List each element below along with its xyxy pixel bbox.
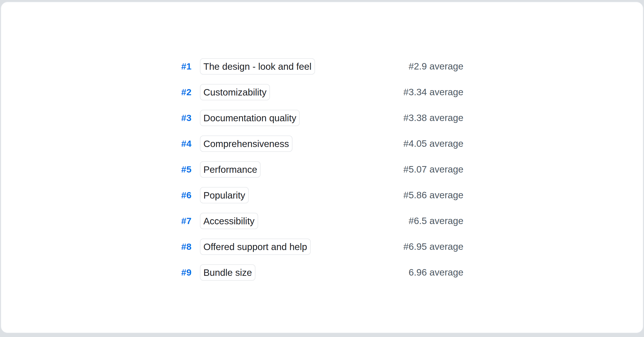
option-label: Popularity — [203, 190, 245, 201]
rank-number: #8 — [1, 241, 192, 252]
average-score: #4.05 average — [403, 138, 463, 149]
rank-number: #9 — [1, 267, 192, 278]
option-label: The design - look and feel — [203, 61, 312, 72]
rank-number: #2 — [1, 87, 192, 97]
option-chip[interactable]: Popularity — [200, 187, 249, 203]
option-label: Documentation quality — [203, 112, 296, 123]
ranking-row: #3 Documentation quality #3.38 average — [1, 105, 643, 131]
results-card: #1 The design - look and feel #2.9 avera… — [1, 2, 643, 333]
rank-number: #6 — [1, 190, 192, 200]
ranking-row: #7 Accessibility #6.5 average — [1, 208, 643, 234]
option-label: Accessibility — [203, 215, 255, 226]
option-chip[interactable]: The design - look and feel — [200, 58, 315, 75]
option-label: Offered support and help — [203, 241, 307, 252]
ranking-row: #5 Performance #5.07 average — [1, 156, 643, 182]
average-score: #5.07 average — [403, 164, 463, 175]
option-chip[interactable]: Customizability — [200, 84, 270, 100]
option-chip[interactable]: Performance — [200, 161, 261, 178]
average-score: #5.86 average — [403, 190, 463, 200]
ranking-row: #9 Bundle size 6.96 average — [1, 259, 643, 285]
average-score: #3.34 average — [403, 87, 463, 97]
ranking-row: #1 The design - look and feel #2.9 avera… — [1, 53, 643, 79]
average-score: #3.38 average — [403, 112, 463, 123]
ranking-row: #6 Popularity #5.86 average — [1, 182, 643, 208]
option-chip[interactable]: Bundle size — [200, 264, 255, 281]
option-chip[interactable]: Offered support and help — [200, 239, 311, 255]
rank-number: #3 — [1, 113, 192, 123]
ranking-row: #8 Offered support and help #6.95 averag… — [1, 234, 643, 259]
average-score: #6.5 average — [409, 215, 463, 226]
option-label: Comprehensiveness — [203, 138, 289, 149]
average-score: 6.96 average — [409, 267, 463, 278]
rank-number: #5 — [1, 164, 192, 175]
ranking-list: #1 The design - look and feel #2.9 avera… — [1, 53, 643, 285]
option-label: Customizability — [203, 87, 266, 98]
average-score: #2.9 average — [409, 61, 463, 72]
option-label: Bundle size — [203, 267, 252, 278]
ranking-row: #4 Comprehensiveness #4.05 average — [1, 131, 643, 156]
rank-number: #7 — [1, 216, 192, 226]
rank-number: #1 — [1, 61, 192, 72]
option-chip[interactable]: Documentation quality — [200, 110, 300, 126]
option-chip[interactable]: Accessibility — [200, 213, 258, 229]
rank-number: #4 — [1, 138, 192, 149]
option-chip[interactable]: Comprehensiveness — [200, 135, 292, 152]
option-label: Performance — [203, 164, 257, 175]
average-score: #6.95 average — [403, 241, 463, 252]
ranking-row: #2 Customizability #3.34 average — [1, 79, 643, 105]
